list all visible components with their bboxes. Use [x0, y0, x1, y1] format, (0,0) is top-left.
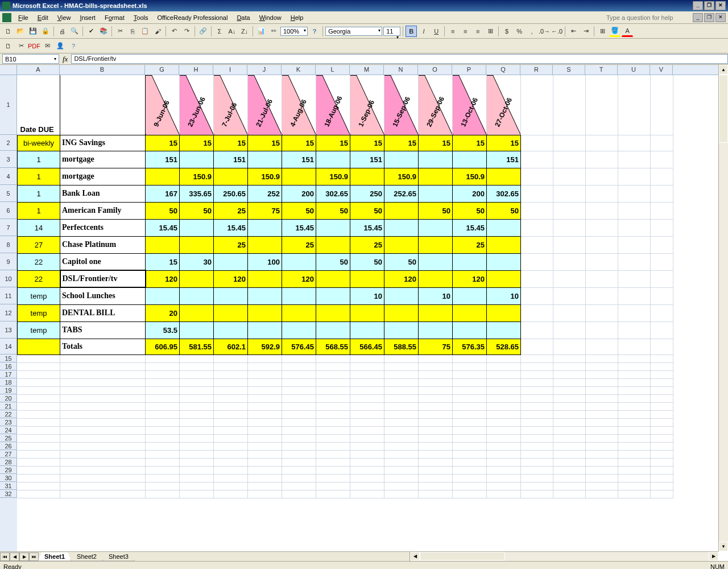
row-header-21[interactable]: 21	[0, 402, 17, 410]
drawing-button[interactable]: ✏	[268, 26, 279, 37]
row-header-1[interactable]: 1	[0, 75, 17, 135]
row-header-15[interactable]: 15	[0, 354, 17, 362]
menu-insert[interactable]: Insert	[75, 13, 100, 22]
menu-window[interactable]: Window	[255, 13, 286, 22]
merge-button[interactable]: ⊞	[485, 26, 496, 37]
row-header-27[interactable]: 27	[0, 450, 17, 458]
save-button[interactable]: 💾	[27, 26, 39, 37]
italic-button[interactable]: I	[418, 26, 429, 37]
help-search[interactable]	[606, 14, 688, 21]
spell-button[interactable]: ✔	[85, 26, 97, 37]
name-box[interactable]: B10▾	[2, 54, 59, 64]
row-header-19[interactable]: 19	[0, 386, 17, 394]
mdi-minimize[interactable]: _	[693, 13, 703, 22]
scroll-right-button[interactable]: ▶	[709, 552, 718, 560]
pdf-mail-button[interactable]: ✉	[42, 40, 53, 52]
pdf-review-button[interactable]: 👤	[55, 40, 66, 52]
chart-button[interactable]: 📊	[255, 26, 267, 37]
align-right-button[interactable]: ≡	[472, 26, 483, 37]
research-button[interactable]: 📚	[98, 26, 109, 37]
menu-data[interactable]: Data	[232, 13, 254, 22]
col-header-R[interactable]: R	[520, 65, 553, 75]
hscroll-thumb[interactable]	[420, 552, 505, 560]
pdf-new-button[interactable]: 🗋	[2, 40, 14, 52]
row-header-9[interactable]: 9	[0, 253, 17, 270]
col-header-T[interactable]: T	[585, 65, 618, 75]
copy-button[interactable]: ⎘	[127, 26, 138, 37]
sheet-tab-2[interactable]: Sheet2	[71, 552, 103, 561]
tab-nav-first[interactable]: ⏮	[0, 552, 10, 561]
col-header-M[interactable]: M	[350, 65, 384, 75]
tab-nav-prev[interactable]: ◀	[10, 552, 19, 561]
row-header-3[interactable]: 3	[0, 151, 17, 168]
row-header-8[interactable]: 8	[0, 236, 17, 253]
col-header-K[interactable]: K	[282, 65, 316, 75]
menu-file[interactable]: File	[14, 13, 33, 22]
row-header-32[interactable]: 32	[0, 490, 17, 498]
font-size-dropdown[interactable]: 11	[383, 27, 400, 36]
menu-view[interactable]: View	[53, 13, 76, 22]
align-center-button[interactable]: ≡	[460, 26, 471, 37]
select-all-corner[interactable]	[0, 65, 17, 75]
currency-button[interactable]: $	[501, 26, 512, 37]
scroll-down-button[interactable]: ▼	[719, 542, 728, 551]
maximize-button[interactable]: ❐	[704, 1, 714, 10]
permission-button[interactable]: 🔒	[40, 26, 51, 37]
sheet-tab-1[interactable]: Sheet1	[38, 552, 71, 561]
inc-decimal-button[interactable]: .0→	[539, 26, 550, 37]
vscroll-thumb[interactable]	[719, 75, 728, 143]
tab-nav-last[interactable]: ⏭	[29, 552, 39, 561]
redo-button[interactable]: ↷	[181, 26, 192, 37]
row-header-26[interactable]: 26	[0, 442, 17, 450]
font-name-dropdown[interactable]: Georgia	[325, 27, 382, 36]
autosum-button[interactable]: Σ	[214, 26, 225, 37]
row-header-22[interactable]: 22	[0, 410, 17, 418]
open-button[interactable]: 📂	[15, 26, 26, 37]
borders-button[interactable]: ⊞	[597, 26, 608, 37]
col-header-A[interactable]: A	[17, 65, 60, 75]
row-header-31[interactable]: 31	[0, 482, 17, 490]
row-header-16[interactable]: 16	[0, 362, 17, 370]
row-header-14[interactable]: 14	[0, 339, 17, 354]
sheet-tab-3[interactable]: Sheet3	[102, 552, 135, 561]
col-header-P[interactable]: P	[452, 65, 486, 75]
vertical-scrollbar[interactable]: ▲ ▼	[718, 65, 728, 551]
row-header-6[interactable]: 6	[0, 202, 17, 219]
row-header-7[interactable]: 7	[0, 219, 17, 236]
help-button[interactable]: ?	[309, 26, 320, 37]
pdf-convert-button[interactable]: PDF	[28, 40, 40, 52]
col-header-G[interactable]: G	[145, 65, 179, 75]
col-header-N[interactable]: N	[384, 65, 418, 75]
row-header-5[interactable]: 5	[0, 185, 17, 202]
close-button[interactable]: ✕	[715, 1, 726, 10]
print-button[interactable]: 🖨	[56, 26, 68, 37]
row-header-20[interactable]: 20	[0, 394, 17, 402]
col-header-S[interactable]: S	[553, 65, 585, 75]
row-header-24[interactable]: 24	[0, 426, 17, 434]
col-header-L[interactable]: L	[316, 65, 350, 75]
col-header-U[interactable]: U	[618, 65, 650, 75]
percent-button[interactable]: %	[514, 26, 525, 37]
row-header-4[interactable]: 4	[0, 168, 17, 185]
horizontal-scrollbar[interactable]: ◀ ▶	[410, 552, 718, 561]
preview-button[interactable]: 🔍	[69, 26, 80, 37]
pdf-crop-button[interactable]: ✂	[15, 40, 27, 52]
dec-indent-button[interactable]: ⇤	[568, 26, 579, 37]
mdi-restore[interactable]: ❐	[704, 13, 714, 22]
undo-button[interactable]: ↶	[168, 26, 180, 37]
col-header-Q[interactable]: Q	[486, 65, 520, 75]
new-button[interactable]: 🗋	[2, 26, 14, 37]
col-header-H[interactable]: H	[179, 65, 213, 75]
fx-icon[interactable]: fx	[59, 55, 71, 64]
help-input[interactable]	[606, 14, 686, 21]
sort-asc-button[interactable]: A↓	[226, 26, 238, 37]
paste-button[interactable]: 📋	[139, 26, 151, 37]
mdi-close[interactable]: ✕	[715, 13, 726, 22]
format-painter-button[interactable]: 🖌	[152, 26, 163, 37]
bold-button[interactable]: B	[406, 26, 417, 37]
fill-color-button[interactable]: 🪣	[609, 26, 621, 37]
hyperlink-button[interactable]: 🔗	[197, 26, 209, 37]
dec-decimal-button[interactable]: ←.0	[551, 26, 562, 37]
menu-edit[interactable]: Edit	[33, 13, 53, 22]
font-color-button[interactable]: A	[622, 26, 633, 37]
